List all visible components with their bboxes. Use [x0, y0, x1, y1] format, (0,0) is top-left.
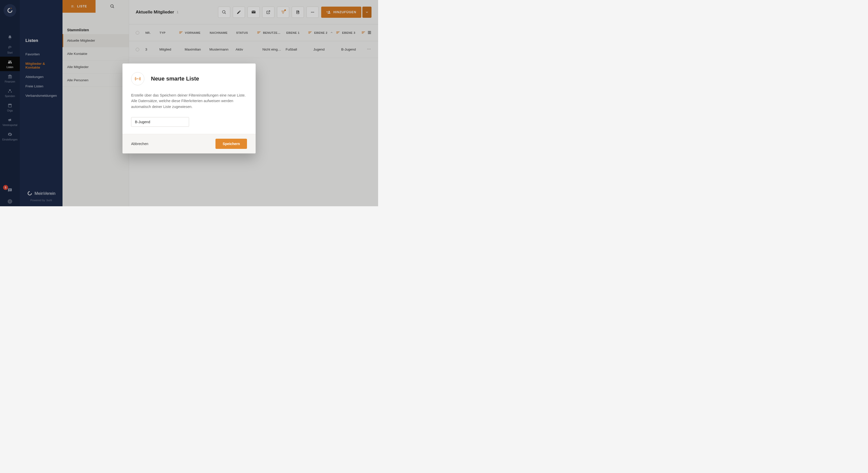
modal-overlay: Neue smarte Liste Erstelle über das Spei… [0, 0, 378, 206]
svg-point-9 [137, 78, 138, 79]
broadcast-icon [131, 72, 144, 85]
modal-footer: Abbrechen Speichern [122, 134, 256, 153]
modal-description: Erstelle über das Speichern deiner Filte… [131, 92, 247, 109]
modal-title: Neue smarte Liste [151, 75, 199, 82]
cancel-button[interactable]: Abbrechen [131, 142, 148, 146]
list-name-input[interactable] [131, 117, 189, 127]
save-button[interactable]: Speichern [215, 139, 247, 149]
new-smart-list-modal: Neue smarte Liste Erstelle über das Spei… [122, 64, 256, 153]
